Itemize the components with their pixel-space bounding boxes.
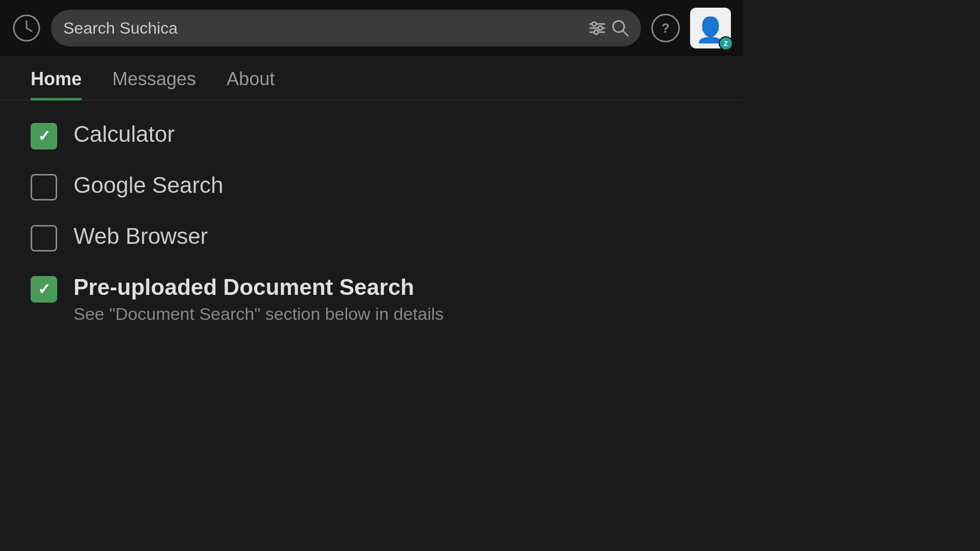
svg-point-4 bbox=[592, 22, 596, 26]
filter-sliders-icon[interactable] bbox=[589, 21, 605, 35]
tab-about[interactable]: About bbox=[227, 68, 275, 101]
web-browser-label-wrap: Web Browser bbox=[74, 223, 208, 250]
document-search-sublabel: See "Document Search" section below in d… bbox=[74, 304, 444, 324]
calculator-label: Calculator bbox=[74, 121, 175, 148]
google-search-checkbox[interactable] bbox=[31, 174, 57, 201]
svg-point-8 bbox=[594, 30, 598, 34]
tab-home[interactable]: Home bbox=[31, 68, 82, 101]
list-item: Pre-uploaded Document Search See "Docume… bbox=[31, 274, 713, 324]
calculator-checkbox[interactable] bbox=[31, 123, 57, 149]
clock-icon bbox=[12, 14, 41, 42]
search-bar bbox=[51, 10, 641, 46]
list-item: Google Search bbox=[31, 172, 713, 201]
calculator-label-wrap: Calculator bbox=[74, 121, 175, 148]
document-search-label: Pre-uploaded Document Search bbox=[74, 274, 444, 301]
document-search-label-wrap: Pre-uploaded Document Search See "Docume… bbox=[74, 274, 444, 324]
help-icon: ? bbox=[651, 14, 680, 42]
web-browser-checkbox[interactable] bbox=[31, 225, 57, 252]
help-button[interactable]: ? bbox=[651, 14, 680, 42]
web-browser-label: Web Browser bbox=[74, 223, 208, 250]
tab-messages[interactable]: Messages bbox=[112, 68, 196, 101]
avatar-badge: Z bbox=[719, 36, 733, 51]
list-item: Calculator bbox=[31, 121, 713, 149]
main-content: Calculator Google Search Web Browser Pre… bbox=[0, 101, 743, 367]
svg-line-2 bbox=[27, 28, 32, 31]
history-button[interactable] bbox=[12, 14, 41, 42]
svg-line-10 bbox=[623, 31, 628, 36]
search-input[interactable] bbox=[63, 19, 583, 38]
svg-point-6 bbox=[598, 26, 602, 30]
tab-navigation: Home Messages About bbox=[0, 56, 743, 101]
header: ? 👤 Z bbox=[0, 0, 743, 56]
google-search-label: Google Search bbox=[74, 172, 224, 199]
avatar-button[interactable]: 👤 Z bbox=[690, 8, 731, 48]
google-search-label-wrap: Google Search bbox=[74, 172, 224, 199]
search-magnifier-icon[interactable] bbox=[611, 19, 629, 37]
list-item: Web Browser bbox=[31, 223, 713, 252]
document-search-checkbox[interactable] bbox=[31, 276, 57, 303]
